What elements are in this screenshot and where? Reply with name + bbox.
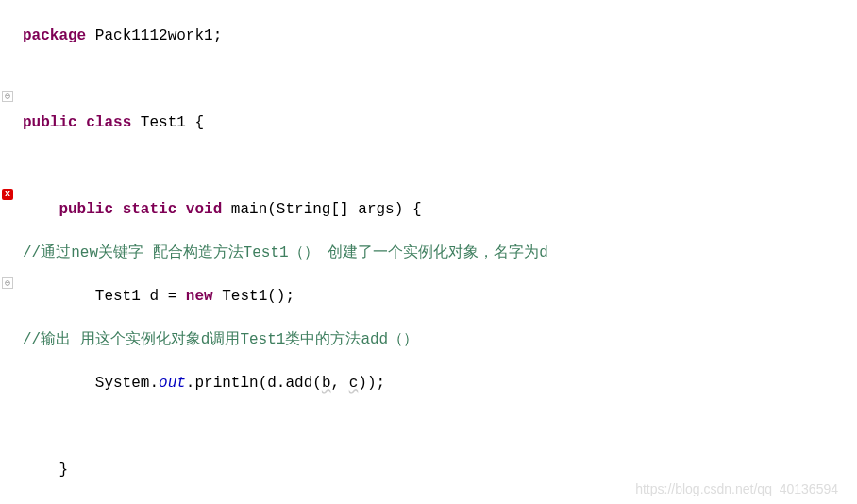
comment-text: //输出 用这个实例化对象d调用Test1类中的方法add（） [23,331,418,348]
comment-text: //通过new关键字 配合构造方法Test1（） 创建了一个实例化对象，名字为d [23,244,548,261]
keyword-void: void [186,201,222,218]
collapse-marker-icon[interactable]: ⊖ [2,277,13,289]
param-c: c [349,375,359,392]
code-line: Test1 d = new Test1(); [23,286,857,308]
watermark-text: https://blog.csdn.net/qq_40136594 [635,481,838,496]
code-text [113,201,123,218]
code-text: Test1 { [131,114,204,131]
keyword-static: static [123,201,177,218]
static-field-out: out [159,375,186,392]
code-text: System. [23,375,159,392]
collapse-marker-icon[interactable]: ⊖ [2,91,13,102]
code-text: Test1(); [213,288,294,305]
code-line: //通过new关键字 配合构造方法Test1（） 创建了一个实例化对象，名字为d [23,243,857,264]
code-editor[interactable]: package Pack1112work1; public class Test… [0,0,857,504]
code-text: } [23,462,68,479]
editor-gutter: ⊖ x ⊖ [0,0,19,504]
code-line: //输出 用这个实例化对象d调用Test1类中的方法add（） [23,329,857,351]
code-text: Pack1112work1; [86,27,222,44]
code-text: Test1 d = [23,288,186,305]
code-line [23,69,857,91]
code-text: main(String[] args) { [222,201,421,218]
keyword-class: class [86,114,131,131]
error-marker-icon[interactable]: x [2,189,13,200]
code-line: package Pack1112work1; [23,25,857,47]
keyword-public: public [23,114,77,131]
code-text: , [330,375,348,392]
code-line [23,416,857,438]
code-text: .println(d.add( [186,375,322,392]
code-line: } [23,460,857,481]
code-line: System.out.println(d.add(b, c)); [23,373,857,395]
code-line: public static void main(String[] args) { [23,199,857,221]
code-line: public class Test1 { [23,112,857,134]
keyword-public: public [59,201,113,218]
code-text: )); [358,375,385,392]
keyword-package: package [23,27,86,44]
keyword-new: new [186,288,213,305]
code-text [77,114,87,131]
code-text [23,201,59,218]
code-line [23,156,857,177]
code-text [176,201,186,218]
